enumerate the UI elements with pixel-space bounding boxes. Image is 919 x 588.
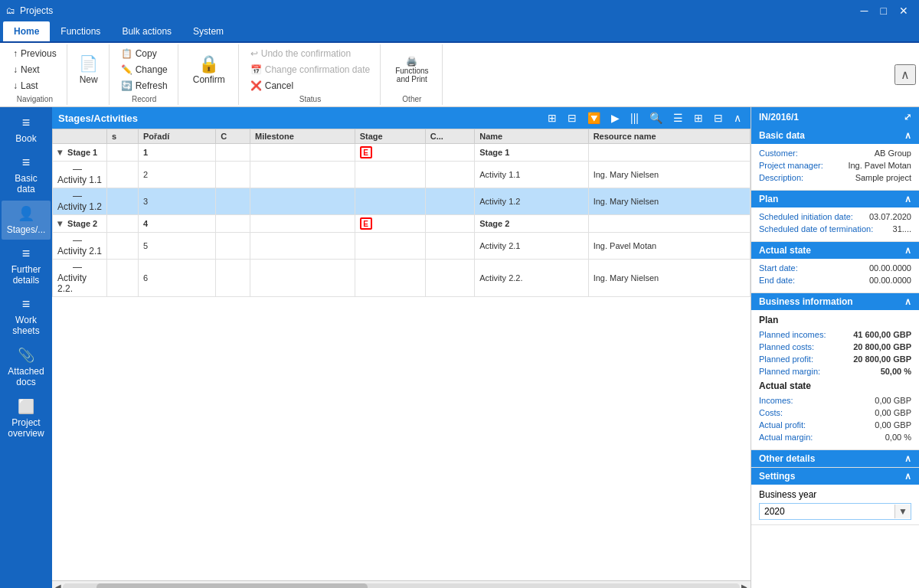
- toolbar-columns-icon[interactable]: |||: [627, 110, 642, 126]
- confirm-content: 🔒 Confirm: [185, 46, 234, 93]
- sidebar-item-project-overview[interactable]: ⬜ Project overview: [2, 394, 51, 443]
- ribbon-group-confirm: 🔒 Confirm: [180, 44, 239, 105]
- panel-section-basic-data-header[interactable]: Basic data ∧: [751, 127, 919, 144]
- col-resource[interactable]: Resource name: [588, 129, 750, 144]
- panel-section-settings-header[interactable]: Settings ∧: [751, 468, 919, 485]
- col-poradi[interactable]: Pořadí: [138, 129, 215, 144]
- nav-col: ↑ Previous ↓ Next ↓ Last: [8, 46, 62, 93]
- expand-cell: — Activity 2.2.: [53, 260, 107, 297]
- change-confirmation-date-button[interactable]: 📅 Change confirmation date: [245, 62, 375, 77]
- cancel-button[interactable]: ❌ Cancel: [245, 78, 375, 93]
- refresh-button[interactable]: 🔄 Refresh: [116, 78, 173, 93]
- confirm-button[interactable]: 🔒 Confirm: [185, 51, 234, 89]
- milestone-cell: [250, 144, 355, 162]
- status-content: ↩ Undo the confirmation 📅 Change confirm…: [245, 46, 375, 93]
- panel-section-actual-state-header[interactable]: Actual state ∧: [751, 242, 919, 259]
- expand-cell: — Activity 1.2: [53, 188, 107, 215]
- table-header-row: s Pořadí C Milestone Stage C... Name Res…: [53, 129, 751, 144]
- sidebar-item-attached-docs[interactable]: 📎 Attached docs: [2, 342, 51, 392]
- change-button[interactable]: ✏️ Change: [116, 62, 173, 77]
- panel-section-business-info-header[interactable]: Business information ∧: [751, 293, 919, 310]
- toolbar-grid-icon[interactable]: ⊟: [564, 110, 580, 126]
- expand-cell[interactable]: ▾ Stage 2: [53, 215, 107, 233]
- scrollbar-thumb[interactable]: [96, 583, 368, 589]
- title-bar-left: 🗂 Projects: [6, 5, 53, 16]
- expand-cell: — Activity 1.1: [53, 162, 107, 188]
- sidebar-item-basic-data[interactable]: ≡ Basic data: [2, 150, 51, 199]
- new-button[interactable]: 📄 New: [74, 51, 104, 88]
- table-row[interactable]: ▾ Stage 1 1 E Stage 1: [53, 144, 751, 162]
- previous-button[interactable]: ↑ Previous: [8, 46, 62, 61]
- copy-button[interactable]: 📋 Copy: [116, 46, 173, 61]
- expand-cell: — Activity 2.1: [53, 233, 107, 260]
- tab-home[interactable]: Home: [3, 21, 50, 41]
- toolbar-export2-icon[interactable]: ⊟: [711, 110, 726, 126]
- maximize-button[interactable]: □: [876, 3, 891, 18]
- sidebar-item-book[interactable]: ≡ Book: [2, 110, 51, 149]
- scroll-left-button[interactable]: ◀: [54, 583, 63, 588]
- expand-cell[interactable]: ▾ Stage 1: [53, 144, 107, 162]
- incomes-row: Incomes: 0,00 GBP: [759, 396, 911, 405]
- tab-functions[interactable]: Functions: [50, 21, 111, 41]
- new-content: 📄 New: [74, 46, 104, 93]
- next-button[interactable]: ↓ Next: [8, 62, 62, 77]
- business-year-dropdown-btn[interactable]: ▼: [894, 505, 911, 518]
- ribbon-group-new: 📄 New: [69, 44, 110, 105]
- title-bar: 🗂 Projects ─ □ ✕: [0, 0, 919, 21]
- project-overview-icon: ⬜: [18, 398, 34, 415]
- data-table-wrapper[interactable]: s Pořadí C Milestone Stage C... Name Res…: [52, 129, 751, 580]
- toolbar-expand-icon[interactable]: ∧: [731, 110, 744, 126]
- basic-data-icon: ≡: [22, 155, 31, 171]
- functions-print-button[interactable]: 🖨️ Functions and Print: [387, 52, 437, 87]
- toolbar-list-icon[interactable]: ☰: [670, 110, 686, 126]
- ribbon-collapse-button[interactable]: ∧: [894, 64, 916, 85]
- col-name[interactable]: Name: [475, 129, 588, 144]
- tab-bulk-actions[interactable]: Bulk actions: [111, 21, 182, 41]
- last-button[interactable]: ↓ Last: [8, 78, 62, 93]
- menu-tabs: Home Functions Bulk actions System: [0, 21, 919, 43]
- collapse-icon: ∧: [904, 130, 911, 141]
- minimize-button[interactable]: ─: [856, 3, 873, 18]
- ribbon-group-functions-print: 🖨️ Functions and Print Other: [382, 44, 442, 105]
- c2-cell: [425, 144, 475, 162]
- sidebar-item-work-sheets[interactable]: ≡ Work sheets: [2, 292, 51, 341]
- table-row[interactable]: — Activity 1.2 3 Activity 1.2 Ing. Mary …: [53, 188, 751, 215]
- attached-docs-icon: 📎: [18, 347, 34, 364]
- customer-row: Customer: AB Group: [759, 149, 911, 158]
- panel-section-basic-data-content: Customer: AB Group Project manager: Ing.…: [751, 144, 919, 190]
- new-icon: 📄: [79, 54, 98, 73]
- scheduled-initiation-row: Scheduled initiation date: 03.07.2020: [759, 212, 911, 221]
- col-c2[interactable]: C...: [425, 129, 475, 144]
- sidebar-item-further-details[interactable]: ≡ Further details: [2, 241, 51, 290]
- undo-confirmation-button[interactable]: ↩ Undo the confirmation: [245, 46, 375, 61]
- panel-section-actual-state: Actual state ∧ Start date: 00.00.0000 En…: [751, 242, 919, 293]
- sidebar-item-stages[interactable]: 👤 Stages/...: [2, 201, 51, 240]
- c-cell: [216, 144, 250, 162]
- toolbar-copy-icon[interactable]: ⊞: [545, 110, 560, 126]
- actual-subtitle: Actual state: [759, 381, 911, 391]
- refresh-icon: 🔄: [121, 80, 132, 91]
- table-row[interactable]: — Activity 1.1 2 Activity 1.1 Ing. Mary …: [53, 162, 751, 188]
- close-button[interactable]: ✕: [894, 3, 913, 18]
- table-row[interactable]: — Activity 2.2. 6 Activity 2.2. Ing. Mar…: [53, 260, 751, 297]
- col-milestone[interactable]: Milestone: [250, 129, 355, 144]
- table-scrollbar[interactable]: ◀ ▶: [52, 580, 751, 588]
- table-row[interactable]: — Activity 2.1 5 Activity 2.1 Ing. Pavel…: [53, 233, 751, 260]
- scrollbar-track[interactable]: [63, 583, 740, 589]
- panel-section-plan-header[interactable]: Plan ∧: [751, 191, 919, 207]
- col-stage[interactable]: Stage: [355, 129, 425, 144]
- external-link-icon[interactable]: ⤢: [904, 112, 911, 122]
- col-s[interactable]: s: [107, 129, 139, 144]
- toolbar-filter-icon[interactable]: 🔽: [584, 110, 603, 126]
- table-row[interactable]: ▾ Stage 2 4 E Stage 2: [53, 215, 751, 233]
- toolbar-export1-icon[interactable]: ⊞: [691, 110, 706, 126]
- scroll-right-button[interactable]: ▶: [740, 583, 749, 588]
- toolbar-search-icon[interactable]: 🔍: [646, 110, 666, 126]
- tab-system[interactable]: System: [182, 21, 234, 41]
- panel-section-business-info: Business information ∧ Plan Planned inco…: [751, 293, 919, 450]
- business-year-input[interactable]: [760, 504, 894, 519]
- panel-section-other-details: Other details ∧: [751, 450, 919, 468]
- col-c[interactable]: C: [216, 129, 250, 144]
- toolbar-play-icon[interactable]: ▶: [608, 110, 623, 126]
- panel-section-other-details-header[interactable]: Other details ∧: [751, 450, 919, 467]
